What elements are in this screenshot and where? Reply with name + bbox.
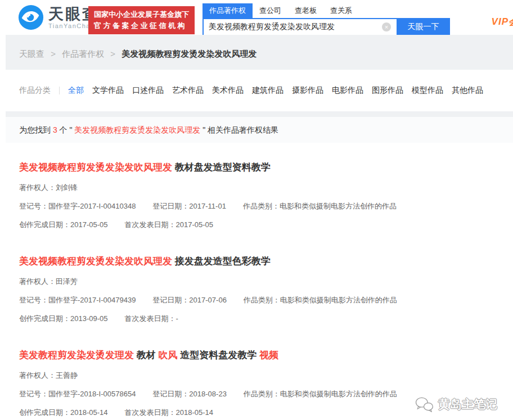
search-button[interactable]: 天眼一下: [397, 18, 450, 36]
copyright-result-card: 美发视频教程剪发烫发染发吹风理发 教材盘发造型资料教学 著作权人：刘剑锋 登记号…: [19, 151, 500, 245]
registration-number-field: 登记号：国作登字-2017-I-00410348: [19, 201, 136, 211]
category-tab[interactable]: 建筑作品: [252, 85, 284, 96]
publish-date-field: 首次发表日期：2017-05-05: [125, 220, 214, 230]
breadcrumb-separator: >: [110, 49, 115, 58]
title-text-part: 接发盘发造型色彩教学: [175, 256, 271, 267]
search-tab[interactable]: 查老板: [288, 3, 323, 18]
registration-date-field: 登记日期：2017-11-01: [152, 201, 226, 211]
title-text-part: 美发视频教程剪发烫发染发吹风理发: [19, 256, 172, 267]
owner-field: 著作权人：田泽芳: [19, 277, 78, 287]
search-tab[interactable]: 查关系: [323, 3, 359, 18]
vip-link[interactable]: VIP会: [492, 15, 513, 28]
breadcrumb-section[interactable]: 作品著作权: [62, 49, 104, 58]
title-text-part: 教材: [137, 350, 156, 360]
summary-text-part: 为您找到: [19, 125, 53, 134]
badge-line-2: 官方备案企业征信机构: [94, 20, 189, 31]
results-summary: 为您找到 3 个 " 美发视频教程剪发烫发染发吹风理发 " 相关作品著作权结果: [6, 117, 513, 143]
publish-date-field: 首次发表日期：2018-05-14: [125, 408, 214, 418]
category-tab[interactable]: 其他作品: [452, 85, 483, 96]
creation-date-field: 创作完成日期：2018-05-14: [19, 408, 108, 418]
owner-field: 著作权人：刘剑锋: [19, 183, 78, 193]
title-text-part: 美发教程剪发染发烫发理发: [19, 350, 134, 360]
summary-text-part: 3: [53, 125, 57, 134]
filter-divider: [59, 87, 60, 94]
copyright-result-card: 美发视频教程剪发烫发染发吹风理发 接发盘发造型色彩教学 著作权人：田泽芳 登记号…: [19, 245, 500, 338]
category-tabs: 全部 文学作品 口述作品 艺术作品 美术作品 建筑作品 摄影作品 电影作品 图形…: [68, 85, 483, 96]
category-tab[interactable]: 文学作品: [92, 85, 124, 96]
category-tab[interactable]: 模型作品: [412, 85, 443, 96]
title-text-part: 教材盘发造型资料教学: [175, 162, 271, 173]
breadcrumb-home[interactable]: 天眼查: [19, 49, 44, 58]
work-category-field: 作品类别：电影和类似摄制电影方法创作的作品: [244, 389, 397, 399]
clear-search-icon[interactable]: ×: [382, 22, 391, 31]
breadcrumb-current: 美发视频教程剪发烫发染发吹风理发: [122, 49, 256, 58]
registration-date-field: 登记日期：2017-07-06: [152, 295, 227, 305]
breadcrumb: 天眼查 > 作品著作权 > 美发视频教程剪发烫发染发吹风理发: [6, 35, 513, 60]
category-filter-panel: 作品分类 全部 文学作品 口述作品 艺术作品 美术作品 建筑作品 摄影作品 电影…: [6, 70, 513, 111]
creation-date-field: 创作完成日期：2017-05-05: [19, 220, 108, 230]
category-tab[interactable]: 口述作品: [132, 85, 164, 96]
search-area: 作品著作权 查公司 查老板 查关系 × 天眼一下: [202, 3, 450, 36]
site-header: 天眼查 TianYanCha.com 国家中小企业发展子基金旗下 官方备案企业征…: [0, 0, 513, 35]
category-tab[interactable]: 电影作品: [332, 85, 363, 96]
category-tab[interactable]: 摄影作品: [292, 85, 323, 96]
result-title[interactable]: 美发视频教程剪发烫发染发吹风理发 接发盘发造型色彩教学: [19, 255, 500, 268]
work-category-field: 作品类别：电影和类似摄制电影方法创作的作品: [244, 295, 397, 305]
tianyancha-eye-icon: [18, 4, 44, 30]
result-title[interactable]: 美发教程剪发染发烫发理发 教材 吹风 造型资料盘发教学 视频: [19, 349, 500, 362]
owner-field: 著作权人：王善静: [19, 371, 78, 381]
title-text-part: 美发视频教程剪发烫发染发吹风理发: [19, 162, 172, 173]
category-tab[interactable]: 艺术作品: [172, 85, 204, 96]
breadcrumb-separator: >: [51, 49, 56, 58]
title-text-part: 视频: [259, 350, 278, 360]
filter-label: 作品分类: [19, 85, 51, 96]
summary-text-part: " 相关作品著作权结果: [202, 125, 278, 134]
work-category-field: 作品类别：电影和类似摄制电影方法创作的作品: [243, 201, 397, 211]
result-title[interactable]: 美发视频教程剪发烫发染发吹风理发 教材盘发造型资料教学: [19, 161, 500, 174]
search-input[interactable]: [202, 18, 397, 36]
page-content: 天眼查 > 作品著作权 > 美发视频教程剪发烫发染发吹风理发 作品分类 全部 文…: [6, 35, 513, 420]
title-text-part: 造型资料盘发教学: [180, 350, 256, 360]
copyright-result-card: 美发教程剪发染发烫发理发 教材 吹风 造型资料盘发教学 视频 著作权人：王善静: [19, 338, 500, 420]
category-tab[interactable]: 图形作品: [372, 85, 403, 96]
registration-date-field: 登记日期：2018-08-23: [152, 389, 227, 399]
creation-date-field: 创作完成日期：2013-09-05: [19, 314, 108, 324]
summary-text-part: 美发视频教程剪发烫发染发吹风理发: [74, 125, 200, 134]
category-tab[interactable]: 美术作品: [212, 85, 244, 96]
results-list: 美发视频教程剪发烫发染发吹风理发 教材盘发造型资料教学 著作权人：刘剑锋 登记号…: [6, 143, 513, 420]
results-panel: 为您找到 3 个 " 美发视频教程剪发烫发染发吹风理发 " 相关作品著作权结果 …: [6, 117, 513, 420]
official-badge: 国家中小企业发展子基金旗下 官方备案企业征信机构: [88, 6, 195, 34]
search-tabs: 作品著作权 查公司 查老板 查关系: [202, 3, 450, 18]
registration-number-field: 登记号：国作登字-2017-I-00479439: [19, 295, 136, 305]
badge-line-1: 国家中小企业发展子基金旗下: [94, 9, 189, 20]
search-tab[interactable]: 查公司: [253, 3, 288, 18]
search-tab[interactable]: 作品著作权: [202, 3, 253, 18]
title-text-part: 吹风: [158, 350, 177, 360]
category-tab[interactable]: 全部: [68, 85, 84, 96]
registration-number-field: 登记号：国作登字-2018-I-00578654: [19, 389, 136, 399]
summary-text-part: 个 ": [60, 125, 75, 134]
publish-date-field: 首次发表日期：-: [125, 314, 178, 324]
